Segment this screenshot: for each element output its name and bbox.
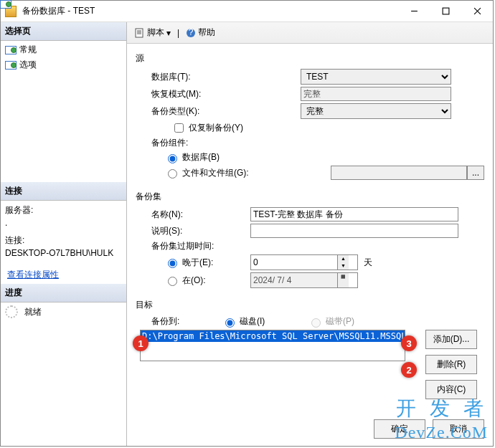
view-connection-properties-link[interactable]: 查看连接属性 (5, 268, 59, 281)
progress-header: 进度 (1, 284, 126, 302)
backup-type-label: 备份类型(K): (136, 105, 250, 118)
files-filegroups-field (331, 166, 467, 180)
expire-label: 备份集过期时间: (136, 240, 250, 252)
minimize-button[interactable] (398, 1, 430, 22)
copy-only-checkbox[interactable]: 仅复制备份(Y) (171, 121, 243, 135)
recovery-model-field (301, 87, 451, 101)
sidebar-item-label: 选项 (19, 59, 37, 71)
progress-status: 就绪 (24, 307, 42, 317)
backup-set-group-title: 备份集 (136, 191, 484, 203)
server-value: . (5, 216, 122, 229)
maximize-button[interactable] (430, 1, 461, 22)
connection-label: 连接: (5, 234, 122, 247)
annotation-marker-1: 1 (133, 335, 148, 351)
select-page-header: 选择页 (1, 22, 126, 41)
progress-spinner-icon (5, 305, 18, 318)
name-field[interactable] (250, 207, 458, 221)
database-select[interactable]: TEST (301, 69, 451, 85)
connection-value: DESKTOP-O7L7BHU\HULK (5, 247, 122, 259)
server-label: 服务器: (5, 204, 122, 216)
ok-button[interactable]: 确定 (374, 419, 425, 439)
database-label: 数据库(T): (136, 71, 250, 83)
page-icon (5, 61, 16, 70)
component-database-radio[interactable]: 数据库(B) (164, 151, 220, 163)
contents-button[interactable]: 内容(C) (425, 380, 477, 399)
destination-list[interactable]: D:\Program Files\Microsoft SQL Server\MS… (140, 330, 405, 361)
script-icon (135, 28, 145, 38)
svg-text:?: ? (189, 28, 194, 37)
chevron-down-icon: ▾ (166, 28, 171, 38)
backup-to-label: 备份到: (136, 315, 222, 328)
destination-path-item[interactable]: D:\Program Files\Microsoft SQL Server\MS… (141, 330, 405, 342)
annotation-marker-3: 3 (401, 335, 417, 351)
connection-header: 连接 (1, 182, 126, 201)
link-label: 查看连接属性 (7, 268, 59, 281)
remove-button[interactable]: 删除(R) (425, 355, 477, 374)
component-files-radio[interactable]: 文件和文件组(G): (164, 167, 249, 179)
sidebar-item-options[interactable]: 选项 (4, 57, 123, 72)
expire-on-date[interactable]: ▦ (250, 272, 358, 288)
spin-down-icon: ▼ (338, 262, 349, 270)
help-icon: ? (186, 28, 196, 38)
svg-rect-1 (443, 8, 449, 14)
cancel-button[interactable]: 取消 (433, 419, 484, 439)
expire-after-radio[interactable]: 晚于(E): (164, 257, 250, 269)
backup-type-select[interactable]: 完整 (301, 103, 451, 119)
page-icon (5, 46, 16, 54)
titlebar: 备份数据库 - TEST (1, 1, 493, 22)
add-button[interactable]: 添加(D)... (425, 330, 477, 349)
close-button[interactable] (461, 1, 493, 22)
tape-radio: 磁带(P) (308, 315, 354, 328)
expire-after-spinner[interactable]: ▲▼ (250, 254, 358, 270)
expire-after-unit: 天 (364, 257, 372, 269)
recovery-model-label: 恢复模式(M): (136, 88, 250, 100)
files-browse-button[interactable]: ... (467, 166, 484, 180)
sidebar-item-label: 常规 (19, 44, 37, 56)
calendar-icon: ▦ (338, 273, 349, 287)
window-title: 备份数据库 - TEST (21, 5, 398, 17)
name-label: 名称(N): (136, 209, 250, 221)
sidebar-item-general[interactable]: 常规 (4, 42, 123, 57)
expire-on-radio[interactable]: 在(O): (164, 275, 250, 287)
source-group-title: 源 (136, 52, 484, 65)
disk-radio[interactable]: 磁盘(I) (222, 315, 308, 328)
spin-up-icon: ▲ (338, 255, 349, 262)
script-button[interactable]: 脚本 ▾ (133, 25, 173, 40)
help-button[interactable]: ? 帮助 (184, 25, 217, 40)
svg-rect-4 (136, 29, 143, 37)
description-field[interactable] (250, 224, 458, 238)
description-label: 说明(S): (136, 225, 250, 237)
annotation-marker-2: 2 (401, 362, 417, 378)
destination-group-title: 目标 (136, 299, 484, 311)
backup-component-label: 备份组件: (136, 137, 250, 149)
